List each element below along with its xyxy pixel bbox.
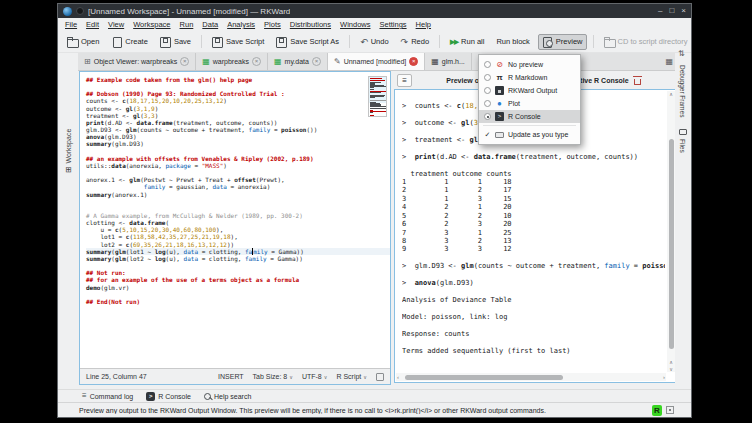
close-icon[interactable]: × [180,57,189,66]
insert-mode-label[interactable]: INSERT [218,373,244,380]
scroll-left-icon[interactable]: ‹ [397,373,399,381]
cursor-position-label: Line 25, Column 47 [86,373,147,380]
minimap-line [370,92,381,93]
sidebar-tab-workspace[interactable]: ⊞ Workspace [58,109,78,193]
menu-view[interactable]: View [108,20,124,29]
markdown-icon: π [495,73,504,82]
menu-windows[interactable]: Windows [340,20,370,29]
menu-item-label: R Console [508,113,541,120]
sidebar-tab-files[interactable]: Files [679,139,686,153]
scroll-down-icon[interactable]: ∨ [667,366,675,372]
trash-icon[interactable] [634,76,641,85]
plot-icon: ● [495,99,504,108]
menu-item-update-as-you-type[interactable]: ✓Update as you type [479,128,580,141]
cd-to-script-directory-button[interactable]: CD to script directory [600,34,692,50]
save-script-as-button[interactable]: Save Script As [272,34,343,50]
maximize-button[interactable]: □ [669,4,674,18]
toolbar-button-label: Create [125,37,148,46]
no-preview-icon: ⊘ [495,60,504,69]
console-vertical-scrollbar[interactable]: ∧ ∧ ∨ [667,91,675,372]
tab-size-dropdown[interactable]: Tab Size: 8∨ [253,373,293,380]
toolbar-button-label: Run block [496,37,529,46]
swap-panes-icon[interactable]: ⇅ [678,49,685,58]
tab-my-data[interactable]: ▦my.data× [268,53,328,70]
menu-item-r-markdown[interactable]: πR Markdown [479,71,580,84]
pencil-icon: ✎ [334,57,341,66]
toolview-help-search[interactable]: Help search [204,393,251,400]
menu-workspace[interactable]: Workspace [133,20,170,29]
vertical-scroll-thumb[interactable] [669,139,674,349]
code-line: ## Not run: [86,269,390,276]
tab-warpbreaks[interactable]: ▦warpbreaks× [196,53,268,70]
create-button[interactable]: Create [107,34,152,50]
status-message: Preview any output to the RKWard Output … [58,407,546,414]
statusbar: Preview any output to the RKWard Output … [58,402,691,417]
sidebar-tab-debugger-frames[interactable]: Debugger Frames [679,65,686,117]
menu-analysis[interactable]: Analysis [227,20,255,29]
close-icon[interactable]: × [409,57,418,66]
minimap-line [370,97,375,98]
tab-label: Unnamed [modified] [344,58,407,65]
tab-object-viewer-warpbreaks[interactable]: ⊞Object Viewer: warpbreaks× [78,53,196,70]
console-horizontal-scrollbar[interactable]: ‹ › [396,373,666,381]
console-line: treatment outcome counts [402,170,665,178]
r-console-icon: > [495,112,504,121]
tab-glm-h[interactable]: ▦glm.h... [425,53,472,70]
scroll-right-icon[interactable]: › [663,373,665,381]
editor-minimap-scrollbar[interactable] [368,76,387,117]
minimap-line [370,112,373,113]
menu-plots[interactable]: Plots [264,20,281,29]
horizontal-scroll-thumb[interactable] [405,375,563,380]
menu-item-rkward-output[interactable]: RKWard Output [479,84,580,97]
menu-distributions[interactable]: Distributions [290,20,331,29]
toolview-command-log[interactable]: ≡Command log [82,391,133,401]
filetype-dropdown[interactable]: R Script∨ [336,373,367,380]
redo-button[interactable]: ↷Redo [397,34,433,50]
menu-data[interactable]: Data [202,20,218,29]
tab-unnamed-modified[interactable]: ✎Unnamed [modified]× [328,53,425,70]
menu-item-no-preview[interactable]: ⊘No preview [479,58,580,71]
console-line [402,254,665,262]
menu-file[interactable]: File [65,20,77,29]
table-green-icon: ▦ [274,57,282,66]
code-line [86,205,390,212]
undo-button[interactable]: ↶Undo [356,34,392,50]
run-all-icon: ▶▶ [450,37,458,47]
console-line: Analysis of Deviance Table [402,296,665,304]
file-new-icon [111,37,122,47]
toolview-label: Help search [214,393,251,400]
toolbar-button-label: CD to script directory [618,37,688,46]
menu-edit[interactable]: Edit [86,20,99,29]
close-button[interactable]: × [681,4,686,18]
code-line: glm.D93 <- glm(counts ~ outcome + treatm… [86,126,390,133]
menu-help[interactable]: Help [416,20,431,29]
code-line: summary(anorex.1) [86,191,390,198]
save-button[interactable]: Save [156,34,195,50]
minimize-button[interactable]: – [658,4,662,18]
menu-item-r-console[interactable]: >R Console [479,110,580,123]
rkward-window: [Unnamed Workspace] - Unnamed [modified]… [57,3,692,418]
scroll-up-icon[interactable]: ∧ [667,359,675,365]
open-button[interactable]: Open [63,34,103,50]
toolview-label: R Console [158,393,191,400]
r-engine-status-badge: R [652,405,662,416]
save-script-button[interactable]: Save Script [208,34,268,50]
run-block-button[interactable]: Run block [492,34,533,49]
scroll-up-icon[interactable]: ∧ [667,91,675,97]
toolview-r-console[interactable]: >R Console [146,392,191,401]
run-all-button[interactable]: ▶▶Run all [446,34,488,50]
menu-run[interactable]: Run [180,20,194,29]
preview-button[interactable]: Preview [538,34,587,50]
menu-settings[interactable]: Settings [379,20,406,29]
close-icon[interactable]: × [312,57,321,66]
encoding-dropdown[interactable]: UTF-8∨ [302,373,328,380]
menu-item-plot[interactable]: ●Plot [479,97,580,110]
console-line [402,364,665,372]
toolview-label: Command log [90,393,134,400]
editor-settings-icon[interactable] [376,373,384,381]
console-line [402,161,665,169]
close-icon[interactable]: × [252,57,261,66]
console-line: 2 1 2 17 [402,186,665,194]
code-area[interactable]: ## Example code taken from the glm() hel… [80,72,390,368]
console-line: > glm.D93 <- glm(counts ~ outcome + trea… [402,262,665,270]
